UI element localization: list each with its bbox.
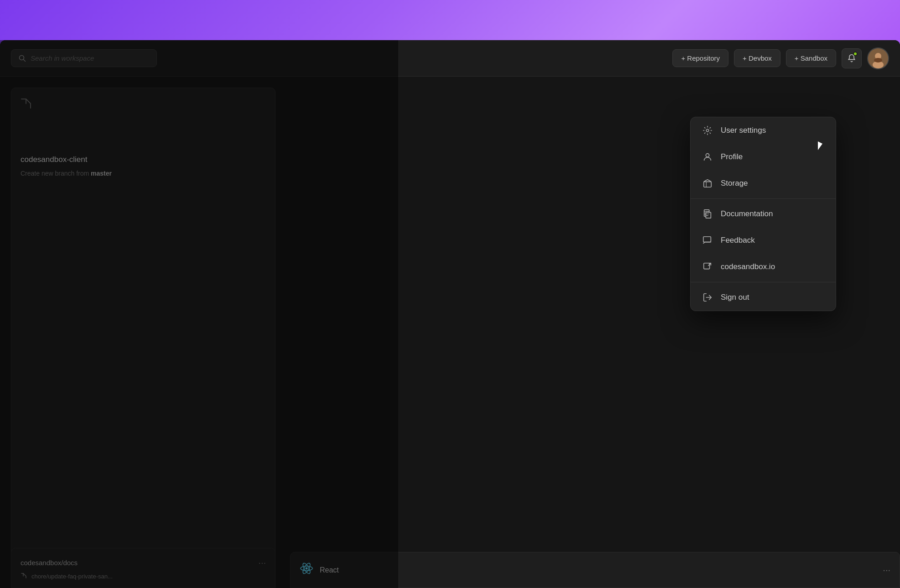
bottom-card-branch: chore/update-faq-private-san... [21,572,266,580]
gear-icon [702,125,713,136]
app-container: Search in workspace + Repository + Devbo… [0,40,900,588]
menu-item-documentation-label: Documentation [721,209,773,219]
devbox-button-label: + Devbox [743,54,772,62]
menu-item-storage[interactable]: Storage [691,170,836,197]
search-placeholder: Search in workspace [31,54,94,62]
menu-item-sign-out[interactable]: Sign out [691,284,836,311]
bottom-card-repo: codesandbox/docs [21,559,78,567]
menu-item-feedback[interactable]: Feedback [691,227,836,254]
svg-rect-12 [704,182,712,187]
menu-item-documentation[interactable]: Documentation [691,201,836,227]
menu-item-user-settings[interactable]: User settings [691,117,836,144]
notification-dot [853,52,858,56]
svg-line-1 [24,59,26,61]
bottom-right-content: React [300,562,339,578]
menu-item-storage-label: Storage [721,179,748,188]
sandbox-button[interactable]: + Sandbox [786,49,836,67]
svg-rect-16 [704,263,710,269]
repo-card-name: codesandbox-client [21,155,266,164]
bottom-card-header: codesandbox/docs ··· [21,557,266,568]
menu-item-codesandbox-io[interactable]: codesandbox.io [691,254,836,280]
svg-rect-15 [703,237,711,242]
external-link-icon [702,261,713,273]
exit-icon [702,291,713,303]
doc-icon [702,208,713,220]
svg-point-9 [306,567,308,570]
avatar-image [868,48,888,68]
menu-item-codesandbox-io-label: codesandbox.io [721,262,775,271]
header: Search in workspace + Repository + Devbo… [0,40,900,77]
branch-icon [21,572,28,580]
menu-divider-1 [691,198,836,199]
menu-item-user-settings-label: User settings [721,126,766,135]
sandbox-button-label: + Sandbox [795,54,827,62]
menu-item-profile-label: Profile [721,152,743,161]
repo-card-icon [21,97,266,113]
menu-item-profile[interactable]: Profile [691,144,836,170]
avatar-button[interactable] [867,47,889,69]
notification-button[interactable] [842,48,862,68]
dropdown-menu: User settings Profile Storage [690,117,836,311]
menu-item-feedback-label: Feedback [721,236,755,245]
person-icon [702,151,713,163]
svg-point-11 [706,154,709,157]
search-bar[interactable]: Search in workspace [11,49,157,67]
chat-icon [702,234,713,246]
bottom-right-card[interactable]: React ··· [290,552,900,588]
repo-card-branch: Create new branch from master [21,170,266,177]
avatar [868,48,888,68]
svg-point-5 [874,58,882,62]
repository-button-label: + Repository [681,54,720,62]
bottom-right-more-button[interactable]: ··· [883,565,890,575]
svg-point-10 [706,129,709,132]
devbox-button[interactable]: + Devbox [734,49,780,67]
menu-divider-2 [691,282,836,282]
react-icon [300,562,313,578]
box-icon [702,177,713,189]
svg-rect-14 [706,212,711,218]
bottom-left-card[interactable]: codesandbox/docs ··· chore/update-faq-pr… [11,548,276,588]
menu-item-sign-out-label: Sign out [721,293,749,302]
branch-name: chore/update-faq-private-san... [31,573,113,580]
bottom-card-more-button[interactable]: ··· [258,557,266,568]
react-label: React [320,566,339,574]
repository-button[interactable]: + Repository [672,49,728,67]
search-icon [19,55,26,62]
repo-card[interactable]: codesandbox-client Create new branch fro… [11,88,276,577]
